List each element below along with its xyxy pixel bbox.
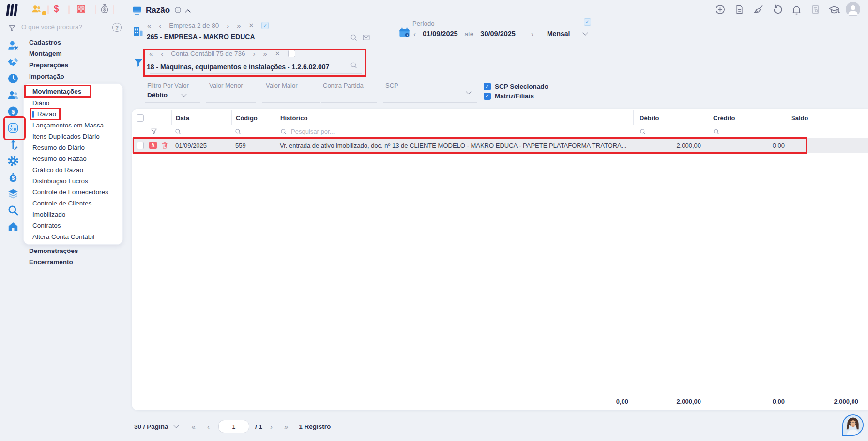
account-value[interactable]: 18 - Máquinas, equipamentos e instalaçõe… — [147, 63, 329, 71]
column-header-data[interactable]: Data — [171, 110, 231, 125]
gear-icon[interactable] — [7, 155, 19, 167]
submenu-item-lancamentos-em-massa[interactable]: Lançamentos em Massa — [24, 120, 122, 131]
column-header-debito[interactable]: Débito — [633, 110, 701, 125]
account-prev-icon[interactable]: ‹ — [161, 50, 163, 57]
submenu-item-imobilizado[interactable]: Imobilizado — [24, 209, 122, 220]
row-checkbox[interactable] — [137, 142, 144, 149]
trash-icon[interactable] — [161, 142, 168, 149]
submenu-item-itens-duplicados-diario[interactable]: Itens Duplicados Diário — [24, 131, 122, 142]
scp-select[interactable] — [385, 92, 471, 94]
finance-module-icon[interactable]: $ — [54, 3, 59, 14]
page-number-input[interactable] — [218, 420, 249, 433]
period-next-icon[interactable]: › — [531, 31, 533, 38]
sidebar-item-montagem[interactable]: Montagem — [29, 48, 62, 59]
people-module-icon[interactable] — [31, 3, 42, 15]
home-icon[interactable] — [7, 220, 19, 233]
account-last-icon[interactable]: » — [263, 50, 267, 57]
search-rail-icon[interactable] — [7, 204, 19, 217]
column-header-historico[interactable]: Histórico — [276, 110, 633, 125]
account-next-icon[interactable]: › — [253, 50, 255, 57]
pagination-prev-icon[interactable]: ‹ — [207, 423, 210, 430]
arrow-pen-icon[interactable] — [7, 138, 19, 151]
period-mode-chevron-down-icon[interactable] — [583, 30, 588, 35]
column-header-credito[interactable]: Crédito — [701, 110, 785, 125]
table-row[interactable]: A 01/09/2025 559 Vr. entrada de ativo im… — [132, 138, 868, 153]
codigo-column-search-icon[interactable] — [234, 128, 276, 135]
layers-icon[interactable] — [7, 188, 19, 200]
column-header-saldo[interactable]: Saldo — [785, 110, 868, 125]
broom-clean-icon[interactable] — [753, 4, 764, 15]
data-column-search-icon[interactable] — [174, 128, 231, 135]
document-icon[interactable] — [734, 4, 745, 15]
user-avatar[interactable] — [846, 2, 860, 16]
page-size-chevron-down-icon[interactable] — [173, 423, 179, 428]
table-filter-icon[interactable] — [150, 127, 171, 135]
collapse-chevron-up-icon[interactable] — [185, 9, 190, 15]
user-gear-icon[interactable] — [7, 39, 19, 52]
submenu-item-diario[interactable]: Diário — [24, 97, 122, 109]
sidebar-item-importacao[interactable]: Importação — [29, 71, 64, 82]
users-icon[interactable] — [7, 89, 19, 101]
period-prev-icon[interactable]: ‹ — [413, 31, 416, 38]
dollar-circle-icon[interactable]: $ — [7, 105, 19, 118]
moneybag-module-icon[interactable] — [99, 3, 110, 15]
submenu-item-altera-conta-contabil[interactable]: Altera Conta Contábil — [24, 231, 122, 242]
account-first-icon[interactable]: « — [149, 50, 153, 57]
bell-icon[interactable] — [791, 4, 802, 15]
pagination-first-icon[interactable]: « — [192, 423, 196, 430]
submenu-item-controle-de-clientes[interactable]: Controle de Clientes — [24, 198, 122, 209]
envelope-icon[interactable] — [362, 33, 370, 42]
submenu-item-distribuicao-lucros[interactable]: Distribuição Lucros — [24, 175, 122, 187]
pagination-last-icon[interactable]: » — [284, 423, 288, 430]
company-search-icon[interactable] — [350, 33, 358, 42]
matriz-filiais-checkbox[interactable]: ✓ — [484, 93, 491, 100]
sidebar-item-movimentacoes[interactable]: Movimentações — [24, 86, 122, 97]
scp-selecionado-checkbox[interactable]: ✓ — [484, 83, 491, 90]
company-prev-icon[interactable]: ‹ — [159, 22, 161, 29]
company-last-icon[interactable]: » — [237, 22, 241, 29]
company-checkbox[interactable]: ✓ — [261, 22, 269, 29]
period-mode-select[interactable]: Mensal — [547, 30, 570, 38]
contra-partida-input[interactable] — [323, 92, 377, 100]
page-size-select[interactable]: 30 / Página — [134, 423, 168, 430]
valor-maior-input[interactable] — [266, 92, 319, 100]
account-clear-icon[interactable]: ✕ — [275, 50, 280, 57]
graduation-cap-icon[interactable] — [828, 4, 840, 16]
column-header-codigo[interactable]: Código — [231, 110, 276, 125]
submenu-item-grafico-do-razao[interactable]: Gráfico do Razão — [24, 164, 122, 175]
period-checkbox[interactable]: ✓ — [584, 18, 591, 26]
support-chat-avatar[interactable] — [842, 414, 864, 436]
sidebar-item-encerramento[interactable]: Encerramento — [29, 256, 73, 268]
sidebar-item-cadastros[interactable]: Cadastros — [29, 37, 61, 48]
add-circle-icon[interactable] — [715, 4, 726, 15]
valor-menor-input[interactable] — [209, 92, 255, 100]
submenu-item-resumo-do-razao[interactable]: Resumo do Razão — [24, 153, 122, 164]
filtro-por-valor-select[interactable]: Débito — [147, 92, 186, 99]
historico-column-search-icon[interactable] — [280, 128, 287, 135]
submenu-item-contratos[interactable]: Contratos — [24, 220, 122, 231]
period-start-date[interactable]: 01/09/2025 — [423, 30, 458, 38]
pagination-next-icon[interactable]: › — [270, 423, 273, 430]
historico-search-input[interactable] — [290, 127, 486, 136]
account-checkbox[interactable] — [288, 50, 295, 57]
company-value[interactable]: 265 - EMPRESA - MAKRO EDUCA — [147, 33, 255, 41]
clock-icon[interactable] — [7, 72, 19, 85]
calculator-rail-icon[interactable] — [7, 122, 19, 134]
company-clear-icon[interactable]: ✕ — [249, 22, 254, 29]
audit-log-icon[interactable] — [810, 4, 821, 15]
refresh-icon[interactable] — [772, 4, 783, 15]
debito-column-search-icon[interactable] — [639, 128, 701, 135]
sidebar-item-preparacoes[interactable]: Preparações — [29, 60, 68, 71]
company-first-icon[interactable]: « — [147, 22, 151, 29]
moneybag-rail-icon[interactable]: $ — [7, 171, 19, 184]
account-search-icon[interactable] — [350, 61, 358, 69]
select-all-checkbox[interactable] — [137, 114, 144, 122]
credito-column-search-icon[interactable] — [713, 128, 785, 135]
help-icon[interactable]: ? — [112, 23, 122, 32]
handshake-icon[interactable] — [7, 56, 19, 68]
sidebar-search-input[interactable] — [20, 23, 107, 31]
submenu-item-razao[interactable]: Razão — [24, 109, 122, 120]
submenu-item-controle-de-fornecedores[interactable]: Controle de Fornecedores — [24, 187, 122, 198]
calculator-module-icon[interactable] — [76, 3, 87, 15]
info-icon[interactable] — [174, 6, 182, 14]
